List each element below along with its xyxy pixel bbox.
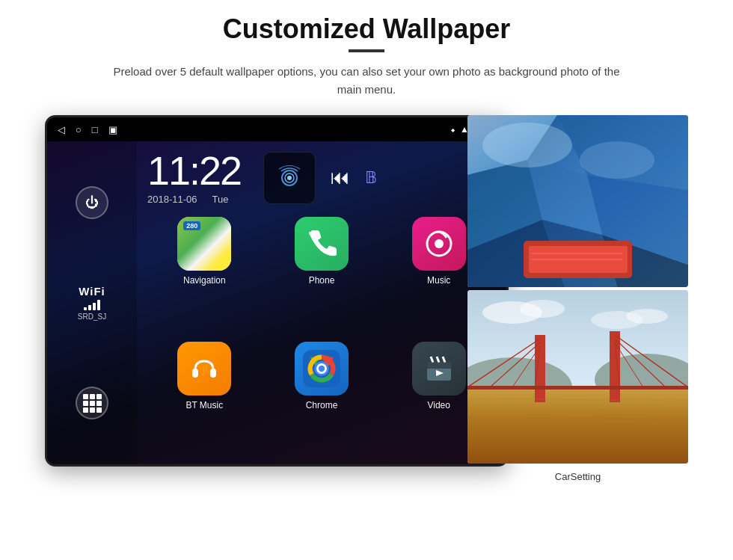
wifi-label: WiFi (79, 285, 105, 298)
clock-info: 11:22 2018-11-06 Tue (147, 150, 241, 205)
svg-rect-60 (467, 386, 688, 390)
video-label: Video (427, 400, 450, 410)
music-app-icon (412, 217, 466, 271)
wifi-bar-3 (93, 303, 96, 310)
nav-badge: 280 (183, 221, 200, 230)
grid-dot (96, 394, 102, 399)
clock-date-value: 2018-11-06 (147, 194, 197, 205)
app-item-chrome[interactable]: Chrome (268, 342, 376, 458)
clock-day-value: Tue (212, 194, 229, 205)
page-title: Customized Wallpaper (223, 13, 511, 45)
phone-icon-svg (305, 227, 338, 260)
location-icon: ⬥ (450, 124, 456, 135)
video-icon-svg (423, 352, 456, 385)
chrome-icon-svg (303, 350, 340, 387)
grid-dot (90, 407, 95, 413)
app-item-phone[interactable]: Phone (268, 217, 376, 333)
navigation-app-icon: 280 280 (177, 217, 231, 271)
wallpaper-previews (467, 115, 688, 467)
chrome-app-icon (295, 342, 349, 396)
svg-line-23 (437, 357, 439, 363)
radio-icon-box[interactable] (263, 152, 316, 204)
carsetting-label-area: CarSetting (467, 470, 688, 483)
phone-label: Phone (309, 275, 335, 286)
video-app-icon (412, 342, 466, 396)
clock-date: 2018-11-06 Tue (147, 194, 241, 205)
wifi-widget: WiFi SRD_SJ (78, 285, 106, 321)
svg-point-44 (520, 300, 565, 318)
bt-music-label: BT Music (185, 400, 223, 410)
music-icon-svg (423, 227, 456, 260)
navigation-label: Navigation (183, 275, 226, 286)
svg-line-24 (443, 357, 445, 363)
wifi-ssid: SRD_SJ (78, 313, 106, 321)
home-nav-icon: ○ (76, 124, 82, 135)
svg-point-34 (580, 141, 654, 179)
phone-app-icon (295, 217, 349, 271)
svg-line-22 (431, 357, 433, 363)
bt-music-icon-svg: β (188, 352, 221, 385)
title-divider (349, 49, 384, 52)
svg-point-2 (287, 176, 292, 180)
back-nav-icon: ◁ (58, 124, 65, 135)
music-label: Music (427, 275, 450, 286)
screen-content: ⏻ WiFi SRD_SJ (47, 141, 506, 464)
page-container: Customized Wallpaper Preload over 5 defa… (0, 0, 733, 560)
svg-point-8 (206, 247, 211, 252)
clock-time: 11:22 (147, 150, 241, 191)
svg-point-19 (319, 365, 325, 371)
radio-signal-icon (275, 164, 304, 192)
grid-dot (96, 401, 102, 406)
app-item-bt-music[interactable]: β BT Music (150, 342, 259, 458)
main-screen-area: 11:22 2018-11-06 Tue (137, 141, 506, 464)
apps-grid-button[interactable] (76, 387, 108, 419)
grid-dot (83, 394, 88, 399)
svg-rect-50 (535, 335, 545, 402)
svg-point-10 (435, 239, 444, 248)
page-subtitle: Preload over 5 default wallpaper options… (105, 63, 628, 99)
svg-rect-21 (427, 363, 451, 369)
svg-text:β: β (202, 363, 209, 375)
bluetooth-icon[interactable]: 𝔹 (365, 168, 377, 188)
content-area: ◁ ○ □ ▣ ⬥ ▲ 11:22 ⏻ WiFi (45, 115, 688, 467)
clock-section: 11:22 2018-11-06 Tue (137, 141, 506, 209)
status-bar-left: ◁ ○ □ ▣ (58, 124, 117, 135)
grid-icon (83, 394, 102, 413)
grid-dot (90, 401, 95, 406)
left-sidebar: ⏻ WiFi SRD_SJ (47, 141, 137, 464)
recents-nav-icon: □ (92, 124, 98, 135)
bt-music-app-icon: β (177, 342, 231, 396)
screenshot-nav-icon: ▣ (108, 124, 117, 135)
app-item-navigation[interactable]: 280 280 Navigation (150, 217, 259, 333)
device-mockup: ◁ ○ □ ▣ ⬥ ▲ 11:22 ⏻ WiFi (45, 115, 509, 467)
svg-rect-11 (192, 369, 198, 378)
wallpaper-preview-ice[interactable] (467, 115, 688, 287)
status-bar: ◁ ○ □ ▣ ⬥ ▲ 11:22 (47, 117, 506, 141)
power-button[interactable]: ⏻ (76, 186, 108, 219)
wallpaper-preview-bridge[interactable] (467, 290, 688, 464)
app-grid: 280 280 Navigation (137, 209, 506, 464)
grid-dot (83, 401, 88, 406)
grid-dot (90, 394, 95, 399)
wifi-bar-1 (84, 307, 87, 310)
svg-point-33 (482, 123, 572, 167)
bridge-wallpaper-svg (467, 290, 688, 464)
svg-text:280: 280 (194, 230, 204, 236)
wifi-bar-4 (97, 300, 100, 310)
ice-wallpaper-svg (467, 115, 688, 287)
svg-rect-12 (210, 369, 216, 378)
media-icons: ⏮ 𝔹 (263, 152, 377, 204)
grid-dot (83, 407, 88, 413)
grid-dot (96, 407, 102, 413)
wifi-bar-2 (88, 305, 91, 310)
carsetting-label: CarSetting (555, 471, 601, 482)
wifi-bars (84, 300, 100, 310)
svg-point-46 (626, 309, 668, 324)
prev-track-icon[interactable]: ⏮ (331, 166, 350, 189)
chrome-label: Chrome (306, 400, 338, 410)
